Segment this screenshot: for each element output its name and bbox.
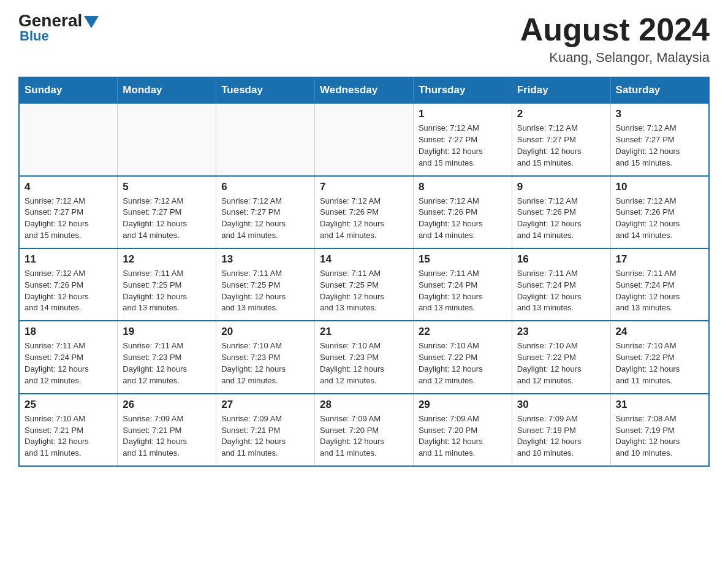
day-info: Sunrise: 7:11 AM Sunset: 7:24 PM Dayligh… <box>25 340 112 386</box>
day-number: 27 <box>221 399 309 411</box>
day-number: 13 <box>221 253 309 266</box>
day-info: Sunrise: 7:11 AM Sunset: 7:25 PM Dayligh… <box>320 268 408 314</box>
day-info: Sunrise: 7:09 AM Sunset: 7:19 PM Dayligh… <box>517 413 605 459</box>
day-info: Sunrise: 7:09 AM Sunset: 7:20 PM Dayligh… <box>419 413 507 459</box>
calendar-cell: 31Sunrise: 7:08 AM Sunset: 7:19 PM Dayli… <box>610 394 709 466</box>
calendar-cell: 23Sunrise: 7:10 AM Sunset: 7:22 PM Dayli… <box>512 321 610 393</box>
day-info: Sunrise: 7:11 AM Sunset: 7:25 PM Dayligh… <box>221 268 309 314</box>
day-info: Sunrise: 7:09 AM Sunset: 7:21 PM Dayligh… <box>221 413 309 459</box>
day-number: 7 <box>320 181 408 193</box>
day-info: Sunrise: 7:11 AM Sunset: 7:25 PM Dayligh… <box>123 268 211 314</box>
calendar-cell: 20Sunrise: 7:10 AM Sunset: 7:23 PM Dayli… <box>216 321 315 393</box>
day-number: 4 <box>25 181 112 193</box>
calendar-cell: 13Sunrise: 7:11 AM Sunset: 7:25 PM Dayli… <box>216 248 315 321</box>
day-info: Sunrise: 7:10 AM Sunset: 7:23 PM Dayligh… <box>221 340 309 386</box>
day-number: 23 <box>517 326 605 338</box>
calendar-cell: 19Sunrise: 7:11 AM Sunset: 7:23 PM Dayli… <box>118 321 216 393</box>
calendar-cell: 26Sunrise: 7:09 AM Sunset: 7:21 PM Dayli… <box>118 394 216 466</box>
day-number: 19 <box>123 326 211 338</box>
calendar-cell: 30Sunrise: 7:09 AM Sunset: 7:19 PM Dayli… <box>512 394 610 466</box>
calendar-cell: 24Sunrise: 7:10 AM Sunset: 7:22 PM Dayli… <box>610 321 709 393</box>
day-number: 14 <box>320 253 408 266</box>
calendar-title: August 2024 <box>520 12 710 47</box>
day-info: Sunrise: 7:12 AM Sunset: 7:27 PM Dayligh… <box>123 196 211 242</box>
week-row: 4Sunrise: 7:12 AM Sunset: 7:27 PM Daylig… <box>19 176 709 248</box>
calendar-cell <box>118 103 216 175</box>
day-info: Sunrise: 7:12 AM Sunset: 7:26 PM Dayligh… <box>616 196 703 242</box>
calendar-cell: 12Sunrise: 7:11 AM Sunset: 7:25 PM Dayli… <box>118 248 216 321</box>
week-row: 11Sunrise: 7:12 AM Sunset: 7:26 PM Dayli… <box>19 248 709 321</box>
calendar-table: SundayMondayTuesdayWednesdayThursdayFrid… <box>18 77 710 467</box>
day-info: Sunrise: 7:12 AM Sunset: 7:27 PM Dayligh… <box>221 196 309 242</box>
location-subtitle: Kuang, Selangor, Malaysia <box>520 50 710 66</box>
day-number: 12 <box>123 253 211 266</box>
calendar-cell: 15Sunrise: 7:11 AM Sunset: 7:24 PM Dayli… <box>413 248 512 321</box>
day-info: Sunrise: 7:10 AM Sunset: 7:22 PM Dayligh… <box>616 340 703 386</box>
calendar-cell: 25Sunrise: 7:10 AM Sunset: 7:21 PM Dayli… <box>19 394 118 466</box>
logo-general-text: General <box>18 12 82 29</box>
calendar-cell: 29Sunrise: 7:09 AM Sunset: 7:20 PM Dayli… <box>413 394 512 466</box>
logo: General Blue <box>18 12 99 44</box>
calendar-cell: 17Sunrise: 7:11 AM Sunset: 7:24 PM Dayli… <box>610 248 709 321</box>
calendar-cell: 8Sunrise: 7:12 AM Sunset: 7:26 PM Daylig… <box>413 176 512 248</box>
day-of-week-friday: Friday <box>512 77 610 103</box>
day-info: Sunrise: 7:10 AM Sunset: 7:22 PM Dayligh… <box>419 340 507 386</box>
page-header: General Blue August 2024 Kuang, Selangor… <box>18 12 710 66</box>
day-info: Sunrise: 7:10 AM Sunset: 7:22 PM Dayligh… <box>517 340 605 386</box>
calendar-cell <box>315 103 414 175</box>
day-number: 3 <box>616 108 703 120</box>
day-number: 25 <box>25 399 112 411</box>
day-of-week-saturday: Saturday <box>610 77 709 103</box>
day-info: Sunrise: 7:12 AM Sunset: 7:26 PM Dayligh… <box>517 196 605 242</box>
calendar-cell: 7Sunrise: 7:12 AM Sunset: 7:26 PM Daylig… <box>315 176 414 248</box>
day-info: Sunrise: 7:12 AM Sunset: 7:27 PM Dayligh… <box>517 123 605 169</box>
day-number: 17 <box>616 253 703 266</box>
day-of-week-sunday: Sunday <box>19 77 118 103</box>
day-number: 6 <box>221 181 309 193</box>
calendar-cell: 2Sunrise: 7:12 AM Sunset: 7:27 PM Daylig… <box>512 103 610 175</box>
day-info: Sunrise: 7:09 AM Sunset: 7:21 PM Dayligh… <box>123 413 211 459</box>
calendar-header: SundayMondayTuesdayWednesdayThursdayFrid… <box>19 77 709 103</box>
day-number: 31 <box>616 399 703 411</box>
day-number: 30 <box>517 399 605 411</box>
week-row: 18Sunrise: 7:11 AM Sunset: 7:24 PM Dayli… <box>19 321 709 393</box>
calendar-cell: 6Sunrise: 7:12 AM Sunset: 7:27 PM Daylig… <box>216 176 315 248</box>
day-number: 24 <box>616 326 703 338</box>
calendar-cell: 11Sunrise: 7:12 AM Sunset: 7:26 PM Dayli… <box>19 248 118 321</box>
day-number: 5 <box>123 181 211 193</box>
logo-triangle-icon <box>84 16 99 28</box>
calendar-cell: 10Sunrise: 7:12 AM Sunset: 7:26 PM Dayli… <box>610 176 709 248</box>
calendar-cell: 27Sunrise: 7:09 AM Sunset: 7:21 PM Dayli… <box>216 394 315 466</box>
day-info: Sunrise: 7:09 AM Sunset: 7:20 PM Dayligh… <box>320 413 408 459</box>
day-info: Sunrise: 7:12 AM Sunset: 7:26 PM Dayligh… <box>320 196 408 242</box>
calendar-cell <box>19 103 118 175</box>
day-info: Sunrise: 7:12 AM Sunset: 7:26 PM Dayligh… <box>419 196 507 242</box>
day-of-week-thursday: Thursday <box>413 77 512 103</box>
day-info: Sunrise: 7:10 AM Sunset: 7:23 PM Dayligh… <box>320 340 408 386</box>
day-info: Sunrise: 7:12 AM Sunset: 7:27 PM Dayligh… <box>25 196 112 242</box>
day-number: 16 <box>517 253 605 266</box>
day-of-week-wednesday: Wednesday <box>315 77 414 103</box>
day-info: Sunrise: 7:08 AM Sunset: 7:19 PM Dayligh… <box>616 413 703 459</box>
day-number: 1 <box>419 108 507 120</box>
day-number: 11 <box>25 253 112 266</box>
day-number: 22 <box>419 326 507 338</box>
calendar-cell: 22Sunrise: 7:10 AM Sunset: 7:22 PM Dayli… <box>413 321 512 393</box>
logo-blue-text: Blue <box>20 28 49 44</box>
day-info: Sunrise: 7:11 AM Sunset: 7:24 PM Dayligh… <box>517 268 605 314</box>
day-info: Sunrise: 7:10 AM Sunset: 7:21 PM Dayligh… <box>25 413 112 459</box>
day-info: Sunrise: 7:12 AM Sunset: 7:27 PM Dayligh… <box>616 123 703 169</box>
day-info: Sunrise: 7:11 AM Sunset: 7:24 PM Dayligh… <box>419 268 507 314</box>
calendar-cell: 16Sunrise: 7:11 AM Sunset: 7:24 PM Dayli… <box>512 248 610 321</box>
calendar-cell <box>216 103 315 175</box>
calendar-cell: 5Sunrise: 7:12 AM Sunset: 7:27 PM Daylig… <box>118 176 216 248</box>
calendar-cell: 18Sunrise: 7:11 AM Sunset: 7:24 PM Dayli… <box>19 321 118 393</box>
day-number: 8 <box>419 181 507 193</box>
day-number: 29 <box>419 399 507 411</box>
calendar-cell: 14Sunrise: 7:11 AM Sunset: 7:25 PM Dayli… <box>315 248 414 321</box>
day-number: 10 <box>616 181 703 193</box>
day-number: 15 <box>419 253 507 266</box>
day-info: Sunrise: 7:12 AM Sunset: 7:27 PM Dayligh… <box>419 123 507 169</box>
day-info: Sunrise: 7:11 AM Sunset: 7:23 PM Dayligh… <box>123 340 211 386</box>
day-of-week-monday: Monday <box>118 77 216 103</box>
